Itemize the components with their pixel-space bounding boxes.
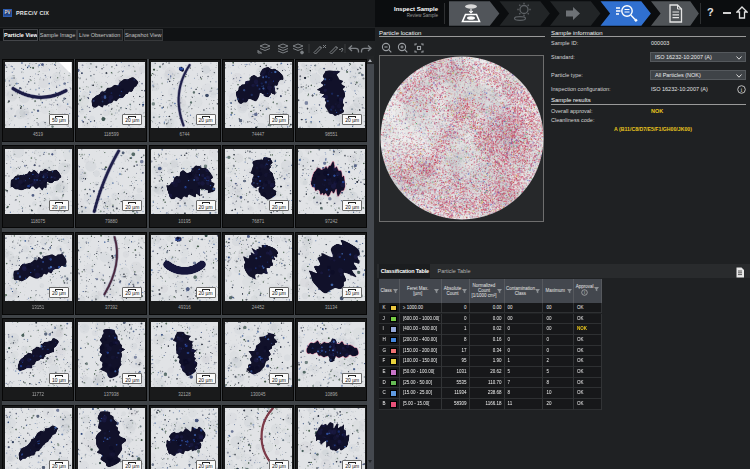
svg-text:i: i [741, 86, 743, 93]
svg-text:i: i [584, 290, 585, 295]
